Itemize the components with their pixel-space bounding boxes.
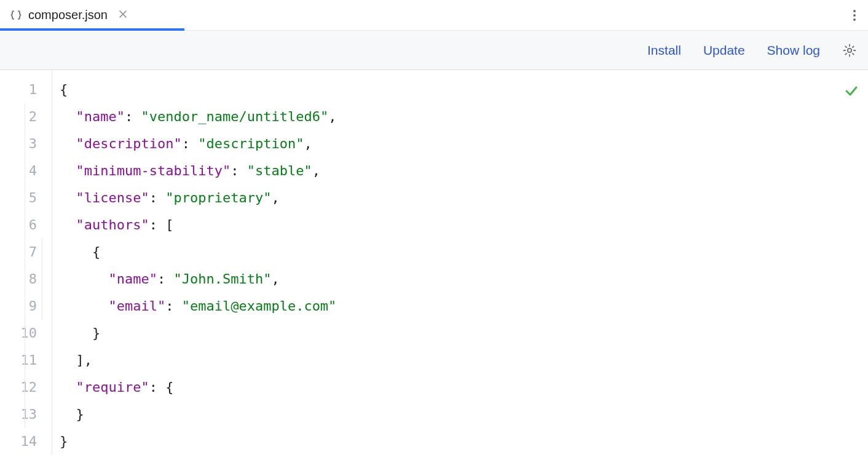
line-number: 7 — [0, 239, 37, 266]
line-number: 6 — [0, 212, 37, 239]
svg-point-0 — [848, 48, 851, 52]
code-line: "authors": [ — [60, 212, 868, 239]
code-line: "name": "John.Smith", — [60, 266, 868, 293]
code-line: "license": "proprietary", — [60, 184, 868, 212]
line-number: 8 — [0, 266, 37, 293]
json-file-icon — [10, 9, 22, 22]
more-options-icon[interactable] — [841, 8, 868, 23]
code-line: } — [60, 428, 868, 455]
line-number: 4 — [0, 157, 37, 184]
line-number: 1 — [0, 76, 37, 103]
line-number: 2 — [0, 103, 37, 130]
line-number: 9 — [0, 293, 37, 320]
code-editor[interactable]: 1 2 3 4 5 6 7 8 9 10 11 12 13 14 { "name… — [0, 70, 868, 455]
line-number: 11 — [0, 347, 37, 374]
line-number: 13 — [0, 401, 37, 428]
line-number: 3 — [0, 130, 37, 157]
code-line: } — [60, 320, 868, 347]
code-line: } — [60, 401, 868, 428]
code-line: "minimum-stability": "stable", — [60, 157, 868, 184]
code-line: "name": "vendor_name/untitled6", — [60, 103, 868, 130]
show-log-button[interactable]: Show log — [767, 43, 820, 58]
active-tab-indicator — [0, 28, 184, 31]
code-line: { — [60, 239, 868, 266]
close-icon[interactable] — [119, 9, 127, 22]
check-icon[interactable] — [845, 80, 858, 107]
line-number: 5 — [0, 184, 37, 212]
tab-composer-json[interactable]: composer.json — [0, 0, 137, 30]
line-number: 12 — [0, 374, 37, 401]
line-number: 14 — [0, 428, 37, 455]
indent-guide — [42, 239, 42, 320]
tab-bar: composer.json — [0, 0, 868, 31]
update-button[interactable]: Update — [703, 43, 745, 58]
code-line: "require": { — [60, 374, 868, 401]
code-content[interactable]: { "name": "vendor_name/untitled6", "desc… — [52, 70, 868, 455]
code-line: { — [60, 76, 868, 103]
code-line: "email": "email@example.com" — [60, 293, 868, 320]
install-button[interactable]: Install — [647, 43, 681, 58]
line-number: 10 — [0, 320, 37, 347]
indent-guide — [25, 103, 25, 428]
line-number-gutter: 1 2 3 4 5 6 7 8 9 10 11 12 13 14 — [0, 70, 52, 455]
gear-icon[interactable] — [842, 43, 857, 58]
code-line: "description": "description", — [60, 130, 868, 157]
tab-filename: composer.json — [28, 8, 108, 22]
code-line: ], — [60, 347, 868, 374]
composer-action-bar: Install Update Show log — [0, 31, 868, 70]
